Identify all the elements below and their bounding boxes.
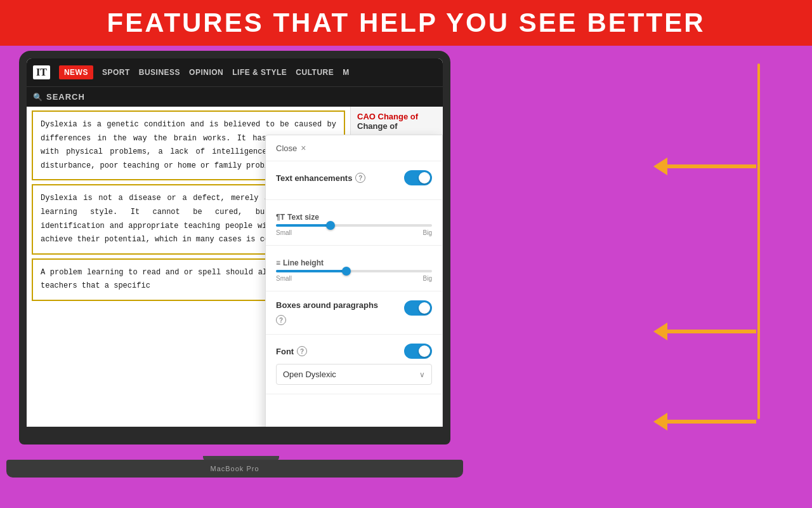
line-height-thumb[interactable]: [342, 267, 351, 276]
text-enhancements-section: Text enhancements ?: [266, 161, 442, 200]
font-toggle[interactable]: [404, 344, 432, 359]
line-height-track: [276, 270, 432, 272]
text-size-fill: [276, 224, 331, 227]
text-size-section: ¶T Text size Small Big: [266, 200, 442, 246]
line-height-minmax: Small Big: [276, 275, 432, 282]
search-label[interactable]: SEARCH: [46, 92, 85, 102]
vertical-decoration: [757, 64, 760, 419]
text-size-slider-container: ¶T Text size Small Big: [276, 213, 432, 236]
close-label: Close: [276, 144, 297, 153]
font-select-dropdown[interactable]: Open Dyslexic ∨: [276, 364, 432, 385]
panel-close-button[interactable]: Close ×: [276, 143, 306, 153]
arrow-decoration-2: [653, 323, 756, 340]
top-banner: FEATURES THAT HELP YOU SEE BETTER: [0, 0, 812, 46]
arrow-decoration-1: [653, 157, 756, 175]
website: IT NEWS SPORT BUSINESS OPINION LIFE & ST…: [27, 58, 443, 427]
site-logo: IT: [33, 65, 50, 79]
nav-item-opinion[interactable]: OPINION: [189, 68, 223, 77]
boxes-label: Boxes around paragraphs: [276, 300, 378, 310]
nav-item-sport[interactable]: SPORT: [102, 68, 130, 77]
boxes-label-group: Boxes around paragraphs ?: [276, 300, 378, 325]
font-select-value: Open Dyslexic: [283, 370, 336, 379]
laptop-screen: IT NEWS SPORT BUSINESS OPINION LIFE & ST…: [27, 58, 443, 427]
search-bar: 🔍 SEARCH: [27, 86, 443, 107]
font-label: Font ?: [276, 346, 307, 356]
laptop-body: IT NEWS SPORT BUSINESS OPINION LIFE & ST…: [19, 51, 450, 444]
nav-item-business[interactable]: BUSINESS: [139, 68, 180, 77]
boxes-row: Boxes around paragraphs ?: [276, 300, 432, 325]
line-height-fill: [276, 270, 346, 272]
nav-bar: IT NEWS SPORT BUSINESS OPINION LIFE & ST…: [27, 58, 443, 86]
line-height-section: ≡ Line height Small Big: [266, 246, 442, 291]
arrow-decoration-3: [653, 413, 756, 431]
text-size-minmax: Small Big: [276, 229, 432, 236]
nav-item-life-style[interactable]: LIFE & STYLE: [232, 68, 287, 77]
laptop-base: MacBook Pro: [6, 460, 463, 478]
font-row: Font ?: [276, 344, 432, 359]
banner-title: FEATURES THAT HELP YOU SEE BETTER: [107, 8, 705, 38]
text-size-label: ¶T Text size: [276, 213, 432, 222]
content-area: Dyslexia is a genetic condition and is b…: [27, 107, 443, 427]
font-section: Font ? Open Dyslexic ∨: [266, 335, 442, 394]
close-icon[interactable]: ×: [301, 143, 306, 153]
boxes-section: Boxes around paragraphs ?: [266, 291, 442, 335]
boxes-toggle[interactable]: [404, 300, 432, 316]
settings-panel: Close × Text enhancements ?: [265, 135, 443, 427]
nav-item-news[interactable]: NEWS: [59, 65, 93, 79]
text-enhancements-toggle[interactable]: [404, 170, 432, 185]
text-size-thumb[interactable]: [326, 221, 335, 230]
line-height-slider-container: ≡ Line height Small Big: [276, 258, 432, 282]
text-enhancements-row: Text enhancements ?: [276, 170, 432, 185]
text-enhancements-label: Text enhancements ?: [276, 173, 365, 183]
line-height-label: ≡ Line height: [276, 258, 432, 267]
font-help-icon[interactable]: ?: [297, 346, 307, 356]
text-enhancements-help-icon[interactable]: ?: [355, 173, 365, 183]
nav-item-more[interactable]: M: [343, 68, 350, 77]
nav-item-culture[interactable]: CULTURE: [296, 68, 334, 77]
search-icon: 🔍: [33, 93, 43, 102]
cao-headline: CAO Change of Change of: [351, 107, 443, 136]
panel-header: Close ×: [266, 135, 442, 161]
laptop-label: MacBook Pro: [210, 465, 259, 472]
boxes-help-icon[interactable]: ?: [276, 315, 286, 325]
font-select-arrow-icon: ∨: [419, 370, 425, 379]
laptop-container: IT NEWS SPORT BUSINESS OPINION LIFE & ST…: [19, 51, 463, 489]
text-size-track: [276, 224, 432, 227]
